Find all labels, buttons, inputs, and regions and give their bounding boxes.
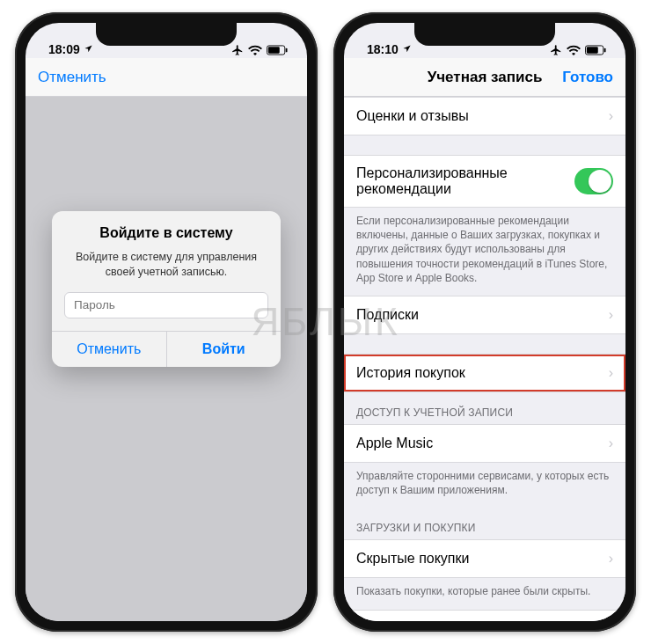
notch [96, 23, 237, 46]
hidden-label: Скрытые покупки [356, 551, 469, 567]
subscriptions-row[interactable]: Подписки › [344, 296, 625, 334]
location-icon [84, 42, 93, 56]
hidden-purchases-row[interactable]: Скрытые покупки › [344, 539, 625, 578]
svg-rect-2 [286, 48, 288, 53]
purchase-history-label: История покупок [356, 365, 465, 381]
status-time: 18:09 [48, 42, 80, 56]
reviews-label: Оценки и отзывы [356, 108, 469, 124]
personalized-label: Персонализированные рекомендации [356, 165, 574, 197]
apple-music-row[interactable]: Apple Music › [344, 424, 625, 463]
purchase-history-row[interactable]: История покупок › [344, 354, 625, 392]
login-alert: Войдите в систему Войдите в систему для … [52, 211, 281, 367]
hidden-footer: Показать покупки, которые ранее были скр… [344, 578, 625, 609]
page-title: Учетная запись [428, 69, 543, 86]
chevron-right-icon: › [609, 435, 613, 451]
password-field[interactable] [64, 292, 268, 318]
access-header: ДОСТУП К УЧЕТНОЙ ЗАПИСИ [344, 392, 625, 424]
chevron-right-icon: › [609, 365, 613, 381]
cancel-button[interactable]: Отменить [38, 69, 106, 86]
modal-dimmer: Войдите в систему Войдите в систему для … [26, 97, 307, 621]
battery-icon [267, 45, 288, 55]
alert-message: Войдите в систему для управления своей у… [52, 250, 281, 292]
notch [414, 23, 555, 46]
svg-rect-1 [268, 47, 280, 53]
wifi-icon [567, 45, 581, 55]
alert-title: Войдите в систему [52, 211, 281, 250]
chevron-right-icon: › [609, 551, 613, 567]
phone-frame-right: 18:10 Учетная запись Готово [333, 12, 636, 632]
navbar-right: Учетная запись Готово [344, 58, 625, 97]
done-button[interactable]: Готово [562, 69, 613, 86]
navbar-left: Отменить [26, 58, 307, 97]
personalized-toggle[interactable] [574, 168, 613, 194]
remove-device-button[interactable]: Удалить это устройство [344, 610, 625, 622]
svg-rect-5 [604, 48, 606, 53]
personalized-row[interactable]: Персонализированные рекомендации [344, 155, 625, 208]
apple-music-label: Apple Music [356, 435, 433, 451]
apple-music-footer: Управляйте сторонними сервисами, у котор… [344, 463, 625, 508]
chevron-right-icon: › [609, 108, 613, 124]
alert-login-button[interactable]: Войти [167, 332, 282, 367]
phone-screen-left: 18:09 Отменить [26, 23, 307, 621]
phone-frame-left: 18:09 Отменить [15, 12, 318, 632]
status-time: 18:10 [367, 42, 399, 56]
wifi-icon [248, 45, 262, 55]
remove-device-label: Удалить это устройство [407, 621, 562, 622]
alert-cancel-button[interactable]: Отменить [52, 332, 167, 367]
airplane-icon [231, 44, 244, 56]
airplane-icon [550, 44, 562, 56]
personalized-footer: Если персонализированные рекомендации вк… [344, 208, 625, 296]
svg-rect-4 [587, 47, 598, 53]
chevron-right-icon: › [609, 307, 613, 323]
subscriptions-label: Подписки [356, 307, 419, 323]
downloads-header: ЗАГРУЗКИ И ПОКУПКИ [344, 508, 625, 539]
phone-screen-right: 18:10 Учетная запись Готово [344, 23, 625, 621]
reviews-row[interactable]: Оценки и отзывы › [344, 97, 625, 135]
battery-icon [585, 45, 606, 55]
location-icon [402, 42, 412, 56]
